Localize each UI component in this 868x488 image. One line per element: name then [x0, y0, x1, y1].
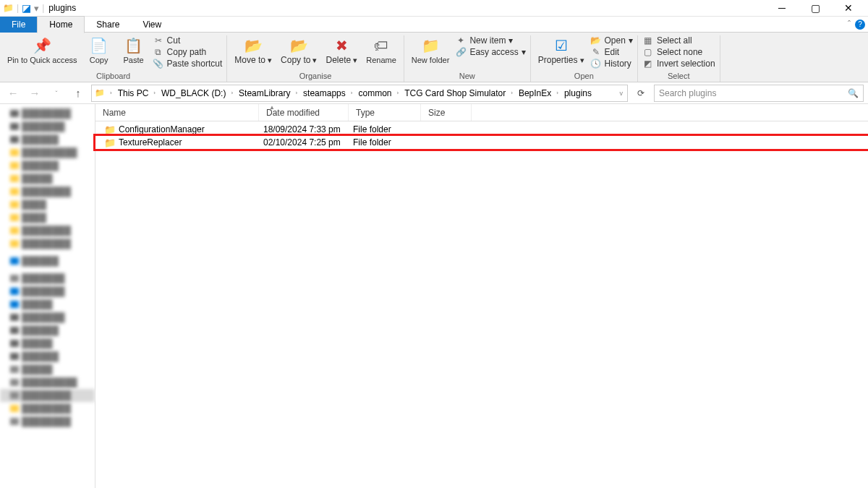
recent-dropdown[interactable]: ˇ: [48, 85, 65, 102]
delete-button[interactable]: ✖Delete ▾: [323, 35, 360, 67]
history-icon: 🕓: [590, 59, 602, 69]
path-icon: ⧉: [153, 47, 164, 57]
easy-access-button[interactable]: 🔗Easy access ▾: [455, 47, 525, 57]
open-button[interactable]: 📂Open ▾: [590, 35, 633, 46]
group-label-new: New: [409, 70, 526, 82]
scissors-icon: ✂: [153, 35, 164, 46]
pin-quick-access-button[interactable]: 📌 Pin to Quick access: [4, 35, 80, 66]
file-name: TextureReplacer: [119, 137, 182, 147]
up-button[interactable]: ↑: [69, 85, 87, 102]
invert-icon: ◩: [642, 59, 654, 69]
paste-shortcut-button[interactable]: 📎Paste shortcut: [153, 59, 223, 69]
column-size[interactable]: Size: [421, 104, 472, 121]
window-title: plugins: [48, 3, 76, 13]
tab-file[interactable]: File: [0, 17, 37, 33]
new-folder-icon: 📁: [422, 37, 439, 54]
qat-toggle[interactable]: ◪: [22, 2, 31, 14]
properties-button[interactable]: ☑Properties ▾: [535, 35, 587, 67]
properties-icon: ☑: [553, 37, 570, 54]
column-name[interactable]: Name: [95, 104, 259, 121]
rename-button[interactable]: 🏷Rename: [363, 35, 399, 66]
select-all-icon: ▦: [642, 35, 654, 46]
select-none-icon: ▢: [642, 47, 654, 57]
qat-separator: |: [42, 3, 44, 13]
tab-view[interactable]: View: [131, 17, 173, 33]
file-type: File folder: [349, 137, 421, 147]
minimize-ribbon-icon[interactable]: ˆ: [848, 20, 851, 30]
address-bar[interactable]: 📁 › This PC› WD_BLACK (D:)› SteamLibrary…: [91, 85, 628, 102]
refresh-button[interactable]: ⟳: [632, 85, 650, 102]
addr-dropdown-icon[interactable]: v: [620, 90, 626, 97]
select-none-button[interactable]: ▢Select none: [642, 47, 715, 57]
file-date: 18/09/2024 7:33 pm: [259, 124, 349, 134]
group-label-select: Select: [642, 70, 715, 82]
crumb[interactable]: steamapps›: [302, 88, 357, 98]
file-name: ConfigurationManager: [119, 124, 205, 134]
search-input[interactable]: Search plugins 🔍: [654, 85, 864, 102]
qat-separator: |: [17, 3, 19, 13]
navigation-pane[interactable]: ████████ ███████ ██████ █████████ ██████…: [0, 104, 95, 488]
invert-selection-button[interactable]: ◩Invert selection: [642, 59, 715, 69]
move-icon: 📂: [244, 37, 262, 54]
help-icon[interactable]: ?: [855, 20, 865, 30]
group-label-organise: Organise: [231, 70, 399, 82]
file-date: 02/10/2024 7:25 pm: [259, 137, 349, 147]
crumb-pc-icon[interactable]: 📁 ›: [93, 88, 116, 98]
history-button[interactable]: 🕓History: [590, 59, 633, 69]
forward-button[interactable]: →: [26, 85, 43, 102]
crumb-current[interactable]: plugins: [563, 88, 593, 98]
close-button[interactable]: ✕: [832, 0, 865, 16]
new-item-button[interactable]: ✦New item ▾: [455, 35, 525, 46]
column-type[interactable]: Type: [349, 104, 421, 121]
sort-indicator-icon: ▲: [269, 104, 275, 111]
open-icon: 📂: [590, 35, 602, 46]
tab-share[interactable]: Share: [85, 17, 131, 33]
cut-button[interactable]: ✂Cut: [153, 35, 223, 46]
easy-access-icon: 🔗: [455, 47, 467, 57]
search-icon: 🔍: [848, 88, 859, 98]
maximize-button[interactable]: ▢: [799, 0, 832, 16]
folder-icon: 📁: [3, 3, 14, 13]
folder-icon: 📁: [104, 137, 116, 148]
new-folder-button[interactable]: 📁New folder: [409, 35, 453, 66]
paste-icon: 📋: [125, 37, 142, 54]
minimize-button[interactable]: ─: [765, 0, 799, 16]
back-button[interactable]: ←: [4, 85, 22, 102]
group-label-open: Open: [535, 70, 633, 82]
copy-to-button[interactable]: 📂Copy to ▾: [278, 35, 320, 67]
crumb[interactable]: TCG Card Shop Simulator›: [403, 88, 517, 98]
pin-icon: 📌: [33, 37, 51, 54]
select-all-button[interactable]: ▦Select all: [642, 35, 715, 46]
copy-icon: 📄: [90, 37, 108, 54]
move-to-button[interactable]: 📂Move to ▾: [231, 35, 275, 67]
copy-button[interactable]: 📄 Copy: [83, 35, 115, 66]
shortcut-icon: 📎: [153, 59, 164, 69]
folder-icon: 📁: [104, 124, 116, 135]
table-row[interactable]: 📁ConfigurationManager18/09/2024 7:33 pmF…: [95, 123, 868, 136]
edit-button[interactable]: ✎Edit: [590, 47, 633, 57]
tab-home[interactable]: Home: [37, 16, 85, 33]
table-row[interactable]: 📁TextureReplacer02/10/2024 7:25 pmFile f…: [95, 136, 868, 149]
crumb[interactable]: BepInEx›: [517, 88, 563, 98]
crumb[interactable]: WD_BLACK (D:)›: [160, 88, 237, 98]
group-label-clipboard: Clipboard: [4, 70, 222, 82]
copy-path-button[interactable]: ⧉Copy path: [153, 47, 223, 57]
delete-icon: ✖: [333, 37, 350, 54]
edit-icon: ✎: [590, 47, 602, 57]
paste-button[interactable]: 📋 Paste: [118, 35, 150, 66]
crumb[interactable]: This PC›: [116, 88, 160, 98]
file-type: File folder: [349, 124, 421, 134]
qat-dropdown-icon[interactable]: ▾: [34, 3, 39, 14]
crumb[interactable]: common›: [357, 88, 403, 98]
copyto-icon: 📂: [290, 37, 307, 54]
rename-icon: 🏷: [373, 37, 390, 54]
new-item-icon: ✦: [455, 35, 467, 46]
crumb[interactable]: SteamLibrary›: [237, 88, 302, 98]
